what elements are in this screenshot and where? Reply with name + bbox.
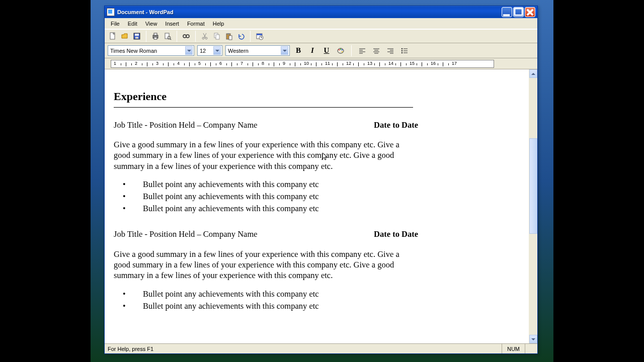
chevron-down-icon[interactable] <box>213 46 221 55</box>
svg-rect-21 <box>229 36 232 40</box>
svg-rect-18 <box>216 35 219 39</box>
ruler-number: 6 <box>219 61 222 66</box>
ruler-number: 14 <box>388 61 393 66</box>
statusbar: For Help, press F1 NUM <box>105 343 537 353</box>
svg-rect-5 <box>135 37 138 39</box>
align-center-button[interactable] <box>371 45 382 56</box>
letterbox-right <box>553 0 644 362</box>
list-item: Bullet point any achievements with this … <box>123 288 520 300</box>
datetime-icon[interactable] <box>255 31 265 41</box>
menubar: File Edit View Insert Format Help <box>105 18 537 29</box>
find-icon[interactable] <box>181 31 191 41</box>
ruler-strip[interactable]: 1234567891011121314151617 <box>111 60 494 68</box>
titlebar[interactable]: Document - WordPad <box>105 6 537 18</box>
job2-date: Date to Date <box>374 229 418 239</box>
standard-toolbar <box>105 29 537 43</box>
job2-bullets: Bullet point any achievements with this … <box>114 288 520 312</box>
italic-button[interactable]: I <box>307 45 318 56</box>
font-script-combo[interactable]: Western <box>225 45 290 56</box>
new-icon[interactable] <box>108 31 118 41</box>
list-item: Bullet point any achievements with this … <box>123 191 520 203</box>
cut-icon[interactable] <box>200 31 210 41</box>
ruler-number: 7 <box>240 61 243 66</box>
svg-line-11 <box>170 39 171 40</box>
document-content[interactable]: Experience Job Title - Position Held – C… <box>105 69 529 343</box>
ruler-number: 12 <box>346 61 351 66</box>
print-preview-icon[interactable] <box>163 31 173 41</box>
svg-rect-9 <box>165 33 169 39</box>
window-title: Document - WordPad <box>117 9 502 15</box>
open-icon[interactable] <box>120 31 130 41</box>
svg-point-46 <box>401 50 403 51</box>
svg-point-30 <box>342 49 343 50</box>
ruler-number: 1 <box>114 61 116 66</box>
svg-line-14 <box>183 35 185 35</box>
chevron-down-icon[interactable] <box>281 46 288 55</box>
svg-point-48 <box>401 52 403 53</box>
align-right-button[interactable] <box>385 45 396 56</box>
wordpad-icon <box>107 8 115 16</box>
ruler-number: 10 <box>304 61 309 66</box>
color-button[interactable] <box>335 45 346 56</box>
paste-icon[interactable] <box>224 31 234 41</box>
svg-rect-1 <box>515 8 522 15</box>
bullets-button[interactable] <box>399 45 410 56</box>
menu-insert[interactable]: Insert <box>161 20 183 28</box>
close-button[interactable] <box>525 7 535 17</box>
ruler-number: 2 <box>135 61 137 66</box>
menu-file[interactable]: File <box>107 20 124 28</box>
job1-summary: Give a good summary in a few lines of yo… <box>114 139 408 171</box>
svg-rect-4 <box>135 34 139 36</box>
save-icon[interactable] <box>132 31 142 41</box>
font-size-value: 12 <box>200 48 212 54</box>
print-icon[interactable] <box>150 31 160 41</box>
scroll-up-button[interactable] <box>529 69 537 78</box>
menu-edit[interactable]: Edit <box>124 20 141 28</box>
job1-title: Job Title - Position Held – Company Name <box>114 120 374 130</box>
font-name-combo[interactable]: Times New Roman <box>108 45 194 56</box>
heading-experience: Experience <box>114 89 520 104</box>
font-size-combo[interactable]: 12 <box>197 45 222 56</box>
status-grip <box>525 344 535 353</box>
job1-date: Date to Date <box>374 120 418 130</box>
svg-rect-20 <box>227 33 229 35</box>
ruler[interactable]: 1234567891011121314151617 <box>105 58 537 69</box>
maximize-button[interactable] <box>513 7 524 17</box>
scroll-track[interactable] <box>529 78 537 335</box>
minimize-button[interactable] <box>502 7 512 17</box>
status-help: For Help, press F1 <box>107 346 502 352</box>
ruler-number: 8 <box>262 61 264 66</box>
bold-button[interactable]: B <box>293 45 304 56</box>
undo-icon[interactable] <box>236 31 246 41</box>
svg-point-28 <box>339 49 340 50</box>
align-left-button[interactable] <box>357 45 368 56</box>
menu-view[interactable]: View <box>141 20 162 28</box>
scroll-down-button[interactable] <box>529 335 537 343</box>
vertical-scrollbar[interactable] <box>529 69 537 343</box>
ruler-number: 11 <box>325 61 330 66</box>
menu-format[interactable]: Format <box>183 20 209 28</box>
font-name-value: Times New Roman <box>110 48 184 54</box>
ruler-number: 17 <box>452 61 457 66</box>
ruler-number: 13 <box>367 61 372 66</box>
svg-rect-0 <box>503 14 510 16</box>
divider <box>114 107 413 108</box>
list-item: Bullet point any achievements with this … <box>123 300 520 312</box>
scroll-thumb[interactable] <box>529 138 537 234</box>
ruler-number: 15 <box>410 61 415 66</box>
svg-point-13 <box>186 35 189 38</box>
svg-point-44 <box>401 48 403 49</box>
svg-rect-7 <box>154 33 157 35</box>
chevron-down-icon[interactable] <box>185 46 193 55</box>
ruler-number: 3 <box>156 61 158 66</box>
svg-rect-23 <box>257 34 262 35</box>
copy-icon[interactable] <box>212 31 222 41</box>
letterbox-left <box>0 0 91 362</box>
svg-point-29 <box>340 48 341 49</box>
ruler-number: 5 <box>198 61 201 66</box>
menu-help[interactable]: Help <box>209 20 228 28</box>
ruler-number: 4 <box>177 61 180 66</box>
list-item: Bullet point any achievements with this … <box>123 178 520 191</box>
underline-button[interactable]: U <box>321 45 332 56</box>
job1-bullets: Bullet point any achievements with this … <box>114 178 520 215</box>
